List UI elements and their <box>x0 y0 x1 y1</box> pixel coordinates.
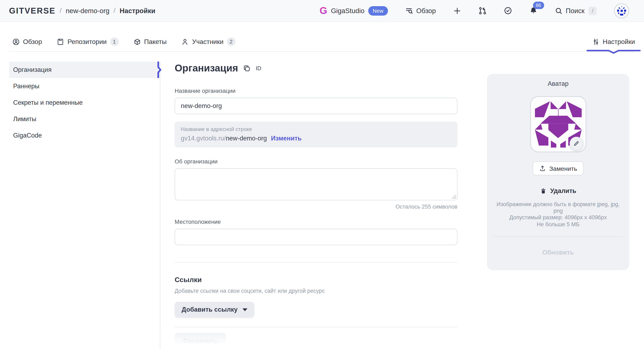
change-url-link[interactable]: Изменить <box>271 135 302 142</box>
add-link-label: Добавить ссылку <box>182 306 238 313</box>
page: GITVERSE / new-demo-org / Настройки G Gi… <box>0 0 644 349</box>
breadcrumb-separator: / <box>60 6 62 15</box>
top-header: GITVERSE / new-demo-org / Настройки G Gi… <box>0 0 644 22</box>
gigastudio-icon: G <box>320 6 327 15</box>
breadcrumb-separator: / <box>114 6 116 15</box>
org-name-label: Название организации <box>175 87 458 94</box>
sidebar-item-gigacode[interactable]: GigaCode <box>9 127 160 144</box>
card-divider <box>494 237 623 237</box>
explore-label: Обзор <box>416 7 436 14</box>
user-identicon <box>616 5 628 17</box>
sidebar-item-label: Раннеры <box>13 82 40 90</box>
location-input[interactable] <box>175 229 458 245</box>
replace-label: Заменить <box>550 165 577 172</box>
user-circle-icon <box>12 38 20 45</box>
url-name-label: Название в адресной строке <box>181 126 451 132</box>
tab-packages[interactable]: Пакеты <box>133 32 167 51</box>
links-section-description: Добавьте ссылки на свои соцсети, сайт ил… <box>175 288 458 294</box>
notifications-count-badge: 86 <box>533 2 544 9</box>
repo-book-icon <box>57 38 64 45</box>
tab-label: Пакеты <box>144 38 167 45</box>
tasks-check-icon[interactable] <box>504 6 512 15</box>
tab-settings[interactable]: Настройки <box>592 32 635 51</box>
sidebar-item-runners[interactable]: Раннеры <box>9 78 160 94</box>
sidebar-divider <box>160 62 160 349</box>
sidebar-item-organization[interactable]: Организация <box>9 62 160 78</box>
search-label: Поиск <box>566 7 584 14</box>
delete-label: Удалить <box>550 187 576 195</box>
breadcrumb-org-link[interactable]: new-demo-org <box>66 7 110 14</box>
user-avatar[interactable] <box>614 3 629 18</box>
active-item-marker <box>157 62 162 78</box>
edit-avatar-button[interactable] <box>570 137 583 150</box>
gigastudio-link[interactable]: G GigaStudio New <box>320 6 388 15</box>
organization-settings-form: Организация ID Название организации Назв… <box>175 57 458 349</box>
avatar-requirements: Изображение должно быть в формате jpeg, … <box>487 201 629 228</box>
tab-repositories[interactable]: Репозитории 1 <box>57 32 118 51</box>
search-button[interactable]: Поиск / <box>554 6 597 15</box>
tab-count-badge: 2 <box>227 37 236 46</box>
breadcrumb-current-page: Настройки <box>120 7 155 14</box>
avatar-card-title: Аватар <box>487 80 629 87</box>
section-divider <box>175 327 458 327</box>
links-section-title: Ссылки <box>175 276 458 284</box>
create-new-button[interactable] <box>453 7 461 14</box>
org-avatar-image <box>530 96 586 152</box>
about-textarea[interactable] <box>175 168 458 200</box>
sidebar-item-label: Организация <box>13 66 52 73</box>
upload-icon <box>539 165 546 172</box>
hint-size: Допустимый размер: 4096px x 4096px <box>496 215 620 221</box>
header-actions: G GigaStudio New Обзор <box>320 3 629 18</box>
sidebar-item-limits[interactable]: Лимиты <box>9 111 160 127</box>
notifications-button[interactable]: 86 <box>529 6 537 15</box>
add-link-button[interactable]: Добавить ссылку <box>175 302 254 317</box>
avatar-card: Аватар <box>487 74 629 270</box>
save-button[interactable]: Сохранить <box>175 333 226 349</box>
search-shortcut-key: / <box>588 6 597 15</box>
sidebar-item-label: Секреты и переменные <box>13 99 83 106</box>
package-box-icon <box>133 38 141 45</box>
url-name-box: Название в адресной строке gv14.gvtools.… <box>175 121 458 147</box>
sidebar-item-label: GigaCode <box>13 132 42 139</box>
tab-members[interactable]: Участники 2 <box>182 32 236 51</box>
copy-id-icon[interactable] <box>243 64 251 72</box>
gigastudio-label: GigaStudio <box>331 7 364 14</box>
search-icon <box>554 7 562 14</box>
page-title: Организация <box>175 62 238 74</box>
hint-format: Изображение должно быть в формате jpeg, … <box>496 201 620 215</box>
hint-weight: Не больше 5 МБ <box>496 221 620 228</box>
sidebar-item-secrets[interactable]: Секреты и переменные <box>9 94 160 111</box>
section-divider <box>175 262 458 263</box>
url-prefix: gv14.gvtools.ru/ <box>181 135 226 142</box>
merge-requests-icon[interactable] <box>478 6 486 15</box>
gitverse-logo[interactable]: GITVERSE <box>9 6 56 15</box>
chevron-down-icon <box>242 308 248 311</box>
tab-overview[interactable]: Обзор <box>12 32 42 51</box>
settings-sidebar: Организация Раннеры Секреты и переменные… <box>9 62 160 144</box>
tab-label: Репозитории <box>68 38 107 45</box>
person-icon <box>182 38 189 45</box>
about-label: Об организации <box>175 158 458 165</box>
sliders-icon <box>592 38 600 45</box>
delete-avatar-button[interactable]: Удалить <box>487 187 629 195</box>
update-avatar-button[interactable]: Обновить <box>487 249 629 256</box>
org-tabs: Обзор Репозитории 1 Пакеты <box>9 32 635 52</box>
new-badge: New <box>368 6 388 15</box>
tab-label: Обзор <box>23 38 42 45</box>
url-org-name: new-demo-org <box>226 135 267 142</box>
list-search-icon <box>405 7 413 14</box>
org-name-input[interactable] <box>175 98 458 114</box>
tab-label: Настройки <box>603 38 635 45</box>
trash-icon <box>540 188 546 194</box>
active-tab-underline <box>586 49 641 53</box>
chars-remaining: Осталось 255 символов <box>175 204 458 210</box>
pencil-icon <box>573 140 579 147</box>
id-label: ID <box>256 65 262 71</box>
location-label: Местоположение <box>175 218 458 225</box>
breadcrumb: GITVERSE / new-demo-org / Настройки <box>9 6 155 15</box>
sidebar-item-label: Лимиты <box>13 115 36 123</box>
tab-label: Участники <box>192 38 224 45</box>
tab-count-badge: 1 <box>110 37 118 46</box>
explore-menu-button[interactable]: Обзор <box>405 7 436 14</box>
replace-avatar-button[interactable]: Заменить <box>533 161 584 175</box>
